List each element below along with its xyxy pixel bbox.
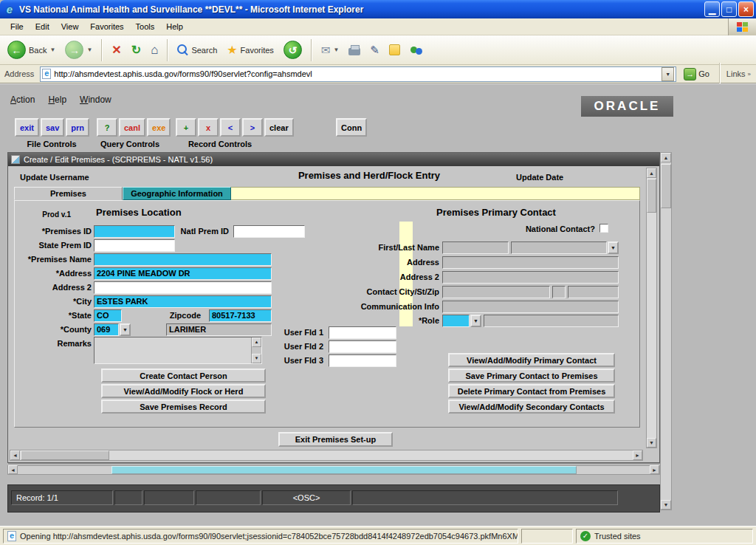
communication-info-field[interactable] bbox=[442, 301, 619, 313]
contact-address-field[interactable] bbox=[442, 256, 619, 269]
record-delete-button[interactable]: x bbox=[198, 118, 219, 137]
exit-premises-setup-button[interactable]: Exit Premises Set-up bbox=[278, 432, 393, 447]
conn-button[interactable]: Conn bbox=[336, 118, 367, 137]
exit-button[interactable]: exit bbox=[15, 118, 39, 137]
first-name-field[interactable] bbox=[442, 241, 509, 254]
favorites-button[interactable]: ★ Favorites bbox=[224, 42, 277, 58]
scroll-left-icon[interactable]: ◄ bbox=[8, 465, 18, 474]
forward-dropdown-icon[interactable]: ▼ bbox=[86, 47, 92, 53]
view-add-modify-secondary-contacts-button[interactable]: View/Add/Modify Secondary Contacts bbox=[448, 400, 615, 414]
record-next-button[interactable]: > bbox=[242, 118, 263, 137]
applet-horizontal-scrollbar[interactable]: ◄ ► bbox=[7, 465, 660, 475]
form-horizontal-scrollbar[interactable]: ◄ ► bbox=[10, 450, 643, 461]
back-button[interactable]: ← Back ▼ bbox=[4, 39, 58, 61]
scroll-left-icon[interactable]: ◄ bbox=[10, 450, 20, 460]
address-dropdown-button[interactable]: ▼ bbox=[662, 67, 674, 81]
print-button[interactable] bbox=[346, 44, 363, 57]
scroll-up-icon[interactable]: ▲ bbox=[661, 153, 671, 162]
delete-primary-contact-button[interactable]: Delete Primary Contact from Premises bbox=[448, 384, 615, 398]
menu-help[interactable]: Help bbox=[160, 18, 189, 35]
edit-button[interactable]: ✎ bbox=[367, 42, 382, 58]
scroll-right-icon[interactable]: ► bbox=[633, 450, 642, 460]
scroll-down-icon[interactable]: ▼ bbox=[661, 500, 671, 510]
premises-id-field[interactable] bbox=[94, 225, 175, 238]
record-previous-button[interactable]: < bbox=[220, 118, 241, 137]
scroll-up-icon[interactable]: ▲ bbox=[647, 168, 656, 178]
user-fld1-field[interactable] bbox=[329, 326, 396, 339]
search-button[interactable]: Search bbox=[174, 43, 220, 57]
tab-premises[interactable]: Premises bbox=[14, 187, 123, 200]
applet-menu-window[interactable]: Window bbox=[80, 95, 111, 105]
save-primary-contact-button[interactable]: Save Primary Contact to Premises bbox=[448, 369, 615, 383]
role-dropdown-button[interactable]: ▼ bbox=[470, 315, 481, 327]
form-window-titlebar[interactable]: Create / Edit Premises - (SCRPREMS - NAT… bbox=[8, 153, 659, 166]
save-button[interactable]: sav bbox=[41, 118, 64, 137]
query-help-button[interactable]: ? bbox=[97, 118, 117, 137]
history-button[interactable]: ↺ bbox=[281, 39, 305, 61]
contact-zip-field[interactable] bbox=[568, 286, 619, 298]
close-button[interactable]: × bbox=[738, 1, 754, 17]
scrollbar-thumb[interactable] bbox=[661, 164, 671, 208]
name-dropdown-button[interactable]: ▼ bbox=[608, 241, 619, 254]
state-field[interactable]: CO bbox=[94, 309, 122, 322]
stop-button[interactable]: ✕ bbox=[109, 42, 124, 58]
view-add-modify-flock-herd-button[interactable]: View/Add/Modify Flock or Herd bbox=[101, 384, 266, 398]
contact-city-field[interactable] bbox=[442, 286, 550, 298]
menu-file[interactable]: File bbox=[4, 18, 30, 35]
zipcode-field[interactable]: 80517-7133 bbox=[209, 309, 272, 322]
state-prem-id-field[interactable] bbox=[94, 239, 175, 252]
contact-address2-field[interactable] bbox=[442, 271, 619, 284]
national-contact-checkbox[interactable] bbox=[599, 224, 608, 233]
minimize-button[interactable]: ▁ bbox=[704, 1, 720, 17]
address-input[interactable] bbox=[54, 69, 659, 78]
scroll-down-icon[interactable]: ▼ bbox=[252, 354, 261, 363]
scroll-right-icon[interactable]: ► bbox=[650, 465, 659, 474]
applet-menu-action[interactable]: Action bbox=[10, 95, 35, 105]
record-clear-button[interactable]: clear bbox=[264, 118, 294, 137]
forward-button[interactable]: → ▼ bbox=[62, 39, 95, 61]
view-add-modify-primary-contact-button[interactable]: View/Add/Modify Primary Contact bbox=[448, 353, 615, 367]
menu-tools[interactable]: Tools bbox=[130, 18, 161, 35]
county-field[interactable]: 069 bbox=[94, 323, 119, 336]
premises-name-field[interactable] bbox=[94, 253, 272, 266]
contact-state-field[interactable] bbox=[552, 286, 566, 298]
back-dropdown-icon[interactable]: ▼ bbox=[49, 47, 55, 53]
form-vertical-scrollbar[interactable]: ▲ ▼ bbox=[646, 168, 657, 448]
county-dropdown-button[interactable]: ▼ bbox=[120, 323, 131, 336]
save-premises-record-button[interactable]: Save Premises Record bbox=[101, 400, 266, 414]
query-cancel-button[interactable]: canl bbox=[119, 118, 145, 137]
address2-field[interactable] bbox=[94, 281, 272, 294]
links-button[interactable]: Links » bbox=[726, 69, 754, 78]
natl-prem-id-field[interactable] bbox=[233, 225, 305, 238]
menu-view[interactable]: View bbox=[55, 18, 85, 35]
maximize-button[interactable]: □ bbox=[721, 1, 737, 17]
scrollbar-thumb[interactable] bbox=[21, 450, 109, 460]
remarks-field[interactable]: ▲ ▼ bbox=[94, 337, 262, 364]
mail-dropdown-icon[interactable]: ▼ bbox=[333, 47, 339, 53]
applet-menu-help[interactable]: Help bbox=[48, 95, 66, 105]
last-name-field[interactable] bbox=[511, 241, 607, 254]
role-field[interactable] bbox=[442, 315, 470, 327]
home-button[interactable]: ⌂ bbox=[148, 42, 161, 58]
scrollbar-thumb[interactable] bbox=[647, 179, 656, 213]
tab-geographic-information[interactable]: Geographic Information bbox=[123, 187, 231, 200]
mail-button[interactable]: ✉ ▼ bbox=[318, 42, 343, 58]
messenger-button[interactable] bbox=[407, 43, 426, 58]
applet-vertical-scrollbar[interactable]: ▲ ▼ bbox=[660, 152, 672, 510]
scrollbar-thumb[interactable] bbox=[111, 466, 577, 474]
address-field[interactable]: 2204 PINE MEADOW DR bbox=[94, 267, 272, 280]
notes-button[interactable] bbox=[386, 43, 403, 57]
create-contact-person-button[interactable]: Create Contact Person bbox=[101, 369, 266, 383]
go-button[interactable]: → Go bbox=[680, 67, 713, 81]
scroll-up-icon[interactable]: ▲ bbox=[252, 337, 261, 347]
menu-edit[interactable]: Edit bbox=[30, 18, 55, 35]
scroll-down-icon[interactable]: ▼ bbox=[647, 438, 656, 448]
user-fld2-field[interactable] bbox=[329, 340, 396, 353]
menu-favorites[interactable]: Favorites bbox=[84, 18, 129, 35]
city-field[interactable]: ESTES PARK bbox=[94, 295, 272, 308]
refresh-button[interactable]: ↻ bbox=[128, 42, 144, 58]
print-form-button[interactable]: prn bbox=[66, 118, 89, 137]
remarks-scrollbar[interactable]: ▲ ▼ bbox=[251, 337, 261, 363]
user-fld3-field[interactable] bbox=[329, 354, 396, 367]
record-insert-button[interactable]: + bbox=[176, 118, 196, 137]
